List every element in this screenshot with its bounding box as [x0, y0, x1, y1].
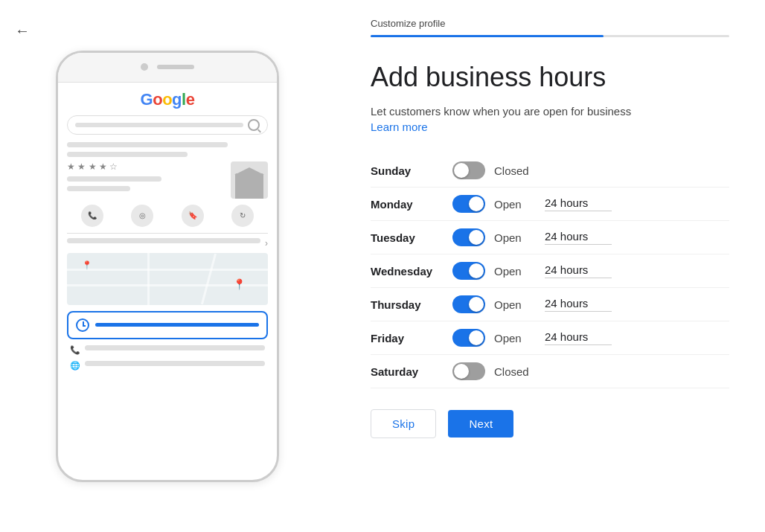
day-label-monday: Monday [371, 198, 452, 211]
phone-camera [141, 63, 148, 71]
hours-line [95, 323, 259, 327]
store-icon [231, 161, 268, 199]
toggle-thumb-tuesday [469, 230, 484, 245]
hours-status-wednesday: Open [494, 265, 539, 278]
toggle-thumb-friday [469, 330, 484, 345]
phone-action-nav: ◎ [131, 205, 153, 227]
toggle-wednesday[interactable] [452, 262, 485, 280]
hours-value-wednesday[interactable]: 24 hours [545, 263, 612, 278]
toggle-thursday[interactable] [452, 295, 485, 313]
chevron-right-icon: › [265, 238, 268, 249]
skip-button[interactable]: Skip [371, 409, 436, 438]
progress-section: Customize profile [371, 18, 729, 37]
hours-row-wednesday: WednesdayOpen24 hours [371, 254, 729, 288]
bottom-line2 [85, 361, 265, 366]
phone-top-bar [58, 53, 277, 83]
hours-row-sunday: SundayClosed [371, 154, 729, 188]
business-name-line [67, 176, 161, 182]
phone-map: 📍 📍 [67, 253, 268, 305]
hours-status-saturday: Closed [494, 365, 539, 378]
toggle-friday[interactable] [452, 329, 485, 347]
toggle-track-tuesday [452, 228, 485, 246]
toggle-thumb-monday [469, 196, 484, 211]
toggle-thumb-saturday [454, 364, 469, 379]
toggle-tuesday[interactable] [452, 228, 485, 246]
phone-action-save: 🔖 [182, 205, 204, 227]
hours-list: SundayClosedMondayOpen24 hoursTuesdayOpe… [371, 154, 729, 388]
action-buttons-row: 📞 ◎ 🔖 ↻ [67, 205, 268, 227]
toggle-track-wednesday [452, 262, 485, 280]
map-pin-icon: 📍 [233, 278, 246, 290]
hours-status-monday: Open [494, 198, 539, 211]
map-road-v1 [147, 253, 150, 305]
day-label-sunday: Sunday [371, 164, 452, 177]
day-label-tuesday: Tuesday [371, 231, 452, 244]
phone-speaker [157, 65, 194, 69]
next-button[interactable]: Next [448, 410, 513, 438]
right-panel: Customize profile Add business hours Let… [335, 0, 765, 532]
day-label-thursday: Thursday [371, 298, 452, 311]
business-info: ★ ★ ★ ★ ☆ [67, 161, 225, 196]
phone-mockup: Google ★ ★ ★ ★ ☆ [56, 51, 279, 482]
hours-status-thursday: Open [494, 298, 539, 311]
phone-action-share: ↻ [231, 205, 254, 227]
toggle-thumb-sunday [454, 163, 469, 178]
business-card: ★ ★ ★ ★ ☆ [67, 161, 268, 199]
map-road-h1 [67, 269, 268, 271]
hours-status-sunday: Closed [494, 164, 539, 177]
content-line [67, 152, 188, 157]
expand-line [67, 238, 260, 243]
progress-fill [371, 35, 604, 37]
expand-row: › [67, 238, 268, 249]
phone-action-call: 📞 [81, 205, 103, 227]
progress-track [371, 35, 729, 37]
phone-divider [67, 233, 268, 234]
bottom-line1 [85, 345, 265, 350]
toggle-monday[interactable] [452, 195, 485, 213]
star-rating: ★ ★ ★ ★ ☆ [67, 161, 225, 172]
learn-more-link[interactable]: Learn more [371, 121, 729, 133]
google-logo: Google [67, 90, 268, 109]
phone-search-bar [67, 115, 268, 135]
clock-icon [76, 318, 89, 332]
map-pin2-icon: 📍 [82, 260, 92, 270]
phone-bottom-icon1: 📞 [70, 345, 80, 355]
hours-value-thursday[interactable]: 24 hours [545, 297, 612, 312]
button-row: Skip Next [371, 409, 729, 438]
progress-label: Customize profile [371, 18, 729, 29]
map-road-v2 [201, 253, 217, 304]
business-detail-line [67, 186, 130, 191]
day-label-saturday: Saturday [371, 365, 452, 378]
day-label-wednesday: Wednesday [371, 265, 452, 278]
page-description: Let customers know when you are open for… [371, 105, 729, 118]
hours-value-friday[interactable]: 24 hours [545, 330, 612, 345]
hours-row-friday: FridayOpen24 hours [371, 321, 729, 355]
back-button[interactable]: ← [15, 22, 30, 39]
hours-status-tuesday: Open [494, 231, 539, 244]
day-label-friday: Friday [371, 332, 452, 344]
hours-status-friday: Open [494, 332, 539, 344]
toggle-thumb-wednesday [469, 263, 484, 278]
toggle-track-saturday [452, 362, 485, 380]
phone-bottom-section: 📞 🌐 [67, 345, 268, 371]
left-panel: ← Google ★ ★ ★ ★ ☆ [0, 0, 335, 532]
search-input-line [75, 123, 243, 127]
toggle-thumb-thursday [469, 297, 484, 312]
content-line [67, 142, 228, 147]
search-icon [248, 119, 260, 131]
hours-row-saturday: SaturdayClosed [371, 355, 729, 388]
toggle-sunday[interactable] [452, 161, 485, 179]
hours-value-monday[interactable]: 24 hours [545, 196, 612, 211]
hours-row-tuesday: TuesdayOpen24 hours [371, 221, 729, 254]
toggle-track-monday [452, 195, 485, 213]
toggle-track-sunday [452, 161, 485, 179]
hours-row-thursday: ThursdayOpen24 hours [371, 288, 729, 321]
hours-row-monday: MondayOpen24 hours [371, 188, 729, 221]
store-shape [235, 173, 263, 199]
toggle-track-thursday [452, 295, 485, 313]
toggle-track-friday [452, 329, 485, 347]
hours-highlight-box [67, 311, 268, 339]
toggle-saturday[interactable] [452, 362, 485, 380]
phone-screen-content: Google ★ ★ ★ ★ ☆ [58, 83, 277, 378]
hours-value-tuesday[interactable]: 24 hours [545, 230, 612, 245]
